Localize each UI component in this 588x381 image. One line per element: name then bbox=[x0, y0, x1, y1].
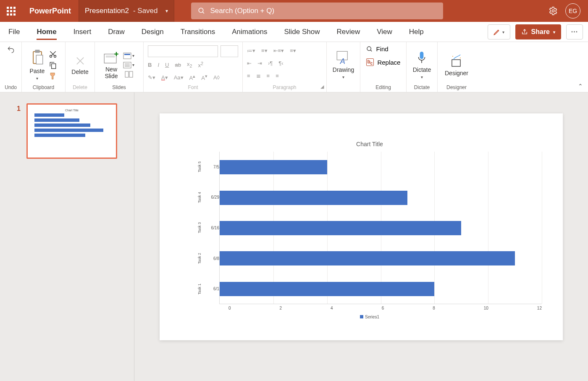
app-name: PowerPoint bbox=[22, 7, 79, 16]
tab-transitions[interactable]: Transitions bbox=[181, 28, 215, 36]
svg-rect-4 bbox=[35, 50, 39, 53]
waffle-icon bbox=[7, 7, 16, 16]
tab-design[interactable]: Design bbox=[142, 28, 164, 36]
tab-review[interactable]: Review bbox=[336, 28, 360, 36]
replace-button[interactable]: bc Replace bbox=[366, 58, 401, 66]
title-bar: PowerPoint Presentation2 - Saved ▾ Searc… bbox=[0, 0, 588, 22]
new-slide-button[interactable]: New Slide bbox=[104, 51, 119, 79]
x-icon bbox=[74, 55, 86, 67]
svg-point-2 bbox=[552, 10, 554, 12]
tab-slideshow[interactable]: Slide Show bbox=[284, 28, 320, 36]
svg-text:A: A bbox=[340, 57, 345, 65]
ribbon-tabs: File Home Insert Draw Design Transitions… bbox=[0, 22, 588, 42]
slide-thumbnail-1[interactable]: Chart Title bbox=[26, 103, 117, 159]
ribbon-group-undo: Undo bbox=[0, 42, 22, 92]
tab-view[interactable]: View bbox=[377, 28, 392, 36]
dictate-button[interactable]: Dictate ▾ bbox=[413, 50, 431, 79]
tab-draw[interactable]: Draw bbox=[108, 28, 125, 36]
tab-file[interactable]: File bbox=[8, 28, 20, 36]
new-slide-icon bbox=[104, 51, 119, 64]
slide-thumbnail-pane[interactable]: 1 Chart Title bbox=[0, 92, 134, 381]
list-row: ≔▾≡▾⇤≡▾≡▾ bbox=[247, 45, 322, 55]
font-color-icon: A▾ bbox=[161, 74, 168, 81]
drawing-icon: A bbox=[336, 50, 350, 65]
search-icon bbox=[198, 7, 205, 15]
tab-insert[interactable]: Insert bbox=[74, 28, 92, 36]
tab-animations[interactable]: Animations bbox=[232, 28, 267, 36]
slide-canvas-area[interactable]: Chart Title Task 57/5Task 46/29Task 36/1… bbox=[134, 92, 588, 381]
ribbon-group-clipboard: Paste ▾ Clipboard bbox=[22, 42, 66, 92]
chevron-down-icon: ▾ bbox=[165, 8, 168, 14]
editing-mode-button[interactable]: ▾ bbox=[488, 24, 510, 39]
layout-button[interactable]: ▾ bbox=[123, 53, 134, 59]
chart-legend: Series1 bbox=[197, 315, 542, 319]
clipboard-icon bbox=[30, 49, 45, 66]
highlight-icon: ✎▾ bbox=[148, 74, 155, 81]
thumbnail-number: 1 bbox=[17, 105, 21, 113]
delete-button: Delete bbox=[71, 55, 88, 75]
designer-button[interactable]: Designer bbox=[445, 54, 468, 76]
share-icon bbox=[521, 29, 528, 35]
dialog-launcher-icon[interactable]: ◢ bbox=[320, 84, 324, 89]
paste-button[interactable]: Paste ▾ bbox=[30, 49, 45, 81]
ribbon: Undo Paste ▾ Clipboard Delete Delete bbox=[0, 42, 588, 92]
svg-line-1 bbox=[202, 12, 204, 13]
svg-rect-23 bbox=[420, 52, 424, 59]
section-icon[interactable] bbox=[125, 71, 133, 78]
cut-icon[interactable] bbox=[49, 50, 57, 58]
indent-row: ⇤⇥›¶¶‹ bbox=[247, 58, 322, 68]
font-size-select bbox=[220, 45, 238, 57]
microphone-icon bbox=[416, 50, 427, 65]
ribbon-group-slides: New Slide ▾ ▾ Slides bbox=[95, 42, 144, 92]
ribbon-group-delete: Delete Delete bbox=[66, 42, 95, 92]
legend-swatch bbox=[360, 315, 363, 318]
collapse-ribbon-button[interactable]: ⌃ bbox=[578, 83, 583, 89]
tab-home[interactable]: Home bbox=[37, 28, 56, 40]
svg-point-21 bbox=[367, 47, 371, 50]
ribbon-group-designer: Designer Designer bbox=[438, 42, 475, 92]
format-painter-icon[interactable] bbox=[49, 72, 57, 80]
font-family-select bbox=[148, 45, 218, 57]
svg-rect-17 bbox=[125, 71, 129, 77]
chevron-down-icon: ▾ bbox=[342, 75, 344, 79]
find-button[interactable]: Find bbox=[366, 45, 388, 53]
chart[interactable]: Chart Title Task 57/5Task 46/29Task 36/1… bbox=[197, 141, 542, 319]
ribbon-group-paragraph: ≔▾≡▾⇤≡▾≡▾ ⇤⇥›¶¶‹ ≡≣≡≡ Paragraph ◢ bbox=[243, 42, 327, 92]
chart-x-ticks: 024681012 bbox=[228, 306, 542, 310]
svg-point-27 bbox=[460, 58, 461, 58]
ribbon-group-font: BIUabx2x2 ✎▾A▾Aa▾A▴A▾A◊ Font bbox=[144, 42, 243, 92]
chevron-down-icon: ▾ bbox=[36, 76, 38, 81]
chevron-down-icon: ▾ bbox=[553, 30, 555, 34]
tab-help[interactable]: Help bbox=[409, 28, 424, 36]
pencil-icon bbox=[493, 28, 501, 36]
undo-icon[interactable] bbox=[6, 45, 16, 54]
document-title-area[interactable]: Presentation2 - Saved ▾ bbox=[79, 0, 174, 22]
font-format-row: ✎▾A▾Aa▾A▴A▾A◊ bbox=[148, 72, 238, 82]
search-input[interactable]: Search (Option + Q) bbox=[191, 3, 443, 19]
drawing-button[interactable]: A Drawing ▾ bbox=[333, 50, 354, 79]
app-launcher-button[interactable] bbox=[0, 0, 22, 22]
document-status: - Saved bbox=[133, 7, 158, 15]
redo-icon bbox=[6, 56, 16, 65]
align-row: ≡≣≡≡ bbox=[247, 71, 322, 81]
settings-icon[interactable] bbox=[549, 6, 558, 16]
svg-rect-10 bbox=[106, 55, 115, 58]
svg-point-0 bbox=[199, 8, 203, 13]
copy-icon[interactable] bbox=[49, 61, 57, 69]
more-options-button[interactable]: ··· bbox=[566, 24, 583, 39]
reset-button[interactable]: ▾ bbox=[123, 62, 134, 68]
svg-point-26 bbox=[452, 56, 453, 57]
svg-rect-25 bbox=[452, 60, 460, 66]
clear-format-icon: A◊ bbox=[213, 74, 220, 81]
chevron-down-icon: ▾ bbox=[502, 30, 504, 34]
reset-icon bbox=[123, 62, 131, 68]
share-button[interactable]: Share ▾ bbox=[515, 24, 561, 39]
user-avatar[interactable]: EG bbox=[565, 3, 580, 18]
chevron-down-icon: ▾ bbox=[421, 75, 423, 79]
svg-rect-5 bbox=[36, 55, 43, 64]
svg-rect-18 bbox=[129, 71, 133, 77]
ribbon-group-dictate: Dictate ▾ Dictate bbox=[407, 42, 438, 92]
search-placeholder: Search (Option + Q) bbox=[210, 7, 275, 15]
slide-1[interactable]: Chart Title Task 57/5Task 46/29Task 36/1… bbox=[160, 113, 563, 340]
svg-rect-9 bbox=[104, 54, 116, 63]
